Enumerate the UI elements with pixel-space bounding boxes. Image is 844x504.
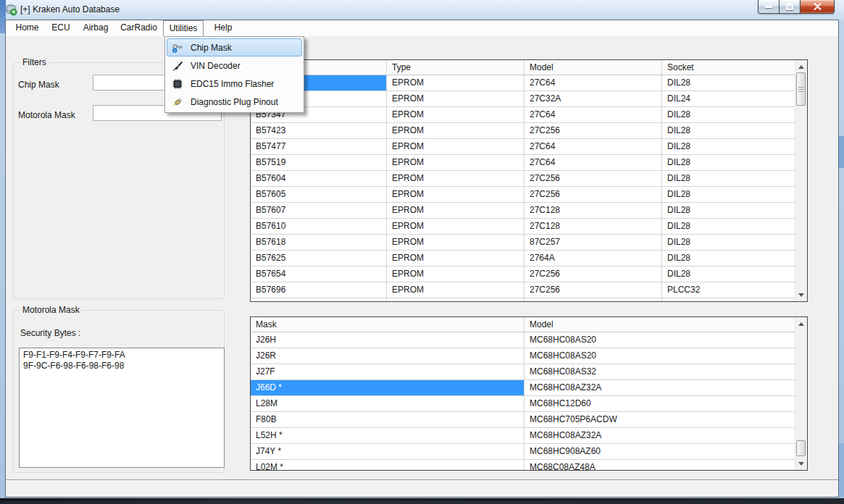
cell-socket[interactable]: DIL28 [662,107,795,122]
menu-item-edc15-immo-flasher[interactable]: EDC15 Immo Flasher [167,75,302,93]
maximize-button[interactable] [780,0,800,14]
cell-type[interactable]: EPROM [387,251,525,266]
table-row[interactable]: J74Y * MC68HC908AZ60 [251,444,795,460]
cell-model[interactable]: MC68HC08AS32 [525,364,795,379]
table-row[interactable]: F80B MC68HC705P6ACDW [251,412,795,428]
menu-carradio[interactable]: CarRadio [118,20,159,36]
cell-mask[interactable]: B57604 [251,171,387,186]
table-row[interactable]: B57605 EPROM 27C256 DIL28 [251,187,795,203]
menu-ecu[interactable]: ECU [49,20,73,36]
security-bytes-box[interactable]: F9-F1-F9-F4-F9-F7-F9-FA 9F-9C-F6-98-F6-9… [19,348,225,468]
table-row[interactable]: J66D * MC68HC08AZ32A [251,380,795,396]
cell-model[interactable]: 27C256 [525,266,662,282]
cell-mask[interactable]: L28M [251,396,525,411]
cell-socket[interactable]: DIL28 [662,219,795,234]
cell-model[interactable]: 27C32A [525,91,662,106]
table-row[interactable]: L28M MC68HC12D60 [251,396,795,412]
cell-mask[interactable]: B57610 [251,219,387,234]
cell-type[interactable]: EPROM [387,219,525,234]
cell-socket[interactable]: DIL28 [662,75,795,91]
cell-model[interactable]: 27C128 [525,203,662,218]
cell-mask[interactable]: B57618 [251,235,387,250]
table-row[interactable]: B57477 EPROM 27C64 DIL28 [251,139,795,155]
menu-help[interactable]: Help [210,20,236,36]
cell-type[interactable]: EPROM [387,75,525,91]
cell-type[interactable]: EPROM [387,91,525,106]
column-header-type[interactable]: Type [387,60,525,75]
cell-socket[interactable]: DIL28 [662,266,795,282]
cell-type[interactable]: EPROM [387,139,525,154]
cell-model[interactable]: 87C257 [525,235,662,250]
cell-model[interactable]: 27C128 [525,219,662,234]
scrollbar-thumb[interactable] [796,72,806,106]
cell-mask[interactable]: F80B [251,412,525,427]
scroll-down-button[interactable] [795,458,807,469]
close-button[interactable] [800,0,835,14]
cell-model[interactable]: 27C64 [525,155,662,170]
table-row[interactable]: B57654 EPROM 27C256 DIL28 [251,266,795,282]
menu-utilities[interactable]: Utilities [163,20,204,36]
cell-socket[interactable]: DIL28 [662,203,795,218]
cell-type[interactable]: EPROM [387,123,525,138]
column-header-socket[interactable]: Socket [662,60,795,75]
cell-model[interactable]: MC68HC908AZ60 [525,444,795,459]
cell-model[interactable]: MC68HC08AZ32A [525,428,795,443]
scroll-down-button[interactable] [795,289,807,301]
cell-socket[interactable]: DIL28 [662,155,795,170]
cell-mask[interactable]: B57477 [251,139,387,154]
cell-socket[interactable]: PLCC32 [662,282,795,298]
cell-model[interactable]: 2764A [525,251,662,266]
table-row[interactable]: EPROM 27C32A DIL24 [251,91,795,107]
minimize-button[interactable] [758,0,780,14]
cell-model[interactable]: MC68C08AZ48A [525,460,795,470]
cell-model[interactable]: MC68HC08AS20 [525,348,795,364]
cell-model[interactable]: 27C256 [525,171,662,186]
cell-type[interactable]: EPROM [387,235,525,250]
column-header-model[interactable]: Model [525,60,662,75]
cell-mask[interactable]: J26H [251,332,525,348]
cell-mask[interactable]: B57423 [251,123,387,138]
cell-type[interactable]: EPROM [387,266,525,282]
table-row[interactable]: J26H MC68HC08AS20 [251,332,795,348]
menu-item-diagnostic-plug-pinout[interactable]: Diagnostic Plug Pinout [167,93,302,111]
cell-model[interactable]: 27C64 [525,139,662,154]
cell-mask[interactable]: L52H * [251,428,525,443]
cell-type[interactable]: EPROM [387,282,525,298]
cell-model[interactable]: MC68HC12D60 [525,396,795,411]
menu-home[interactable]: Home [13,20,41,36]
cell-socket[interactable]: DIL28 [662,171,795,186]
cell-socket[interactable]: DIL28 [662,187,795,202]
cell-type[interactable]: EPROM [387,203,525,218]
cell-mask[interactable]: B57519 [251,155,387,170]
menu-item-vin-decoder[interactable]: VIN Decoder [167,56,302,75]
cell-socket[interactable]: DIL28 [662,123,795,138]
cell-model[interactable]: 27C64 [525,107,662,122]
motorola-table-scrollbar[interactable] [795,317,807,470]
table-row[interactable]: B57607 EPROM 27C128 DIL28 [251,203,795,219]
table-row[interactable]: J27F MC68HC08AS32 [251,364,795,380]
cell-mask[interactable]: B57605 [251,187,387,202]
cell-type[interactable]: EPROM [387,107,525,122]
cell-model[interactable]: 27C64 [525,75,662,91]
cell-type[interactable]: EPROM [387,187,525,202]
table-row[interactable]: B57604 EPROM 27C256 DIL28 [251,171,795,187]
cell-model[interactable]: MC68HC08AZ32A [525,380,795,395]
cell-mask[interactable]: J27F [251,364,525,379]
cell-model[interactable]: MC68HC08AS20 [525,332,795,348]
table-row[interactable]: B57696 EPROM 27C256 PLCC32 [251,282,795,298]
table-row[interactable]: B57618 EPROM 87C257 DIL28 [251,235,795,251]
cell-mask[interactable]: J26R [251,348,525,364]
cell-type[interactable]: EPROM [387,171,525,186]
cell-socket[interactable]: DIL24 [662,91,795,106]
cell-socket[interactable]: DIL28 [662,235,795,250]
menu-airbag[interactable]: Airbag [80,20,112,36]
table-row[interactable]: B57625 EPROM 2764A DIL28 [251,251,795,266]
cell-mask[interactable]: B57607 [251,203,387,218]
cell-mask[interactable]: J74Y * [251,444,525,459]
cell-model[interactable]: MC68HC705P6ACDW [525,412,795,427]
cell-mask[interactable]: B57696 [251,282,387,298]
table-row[interactable]: J26R MC68HC08AS20 [251,348,795,364]
scroll-up-button[interactable] [795,61,807,72]
cell-mask[interactable]: B57654 [251,266,387,282]
cell-type[interactable]: EPROM [387,155,525,170]
